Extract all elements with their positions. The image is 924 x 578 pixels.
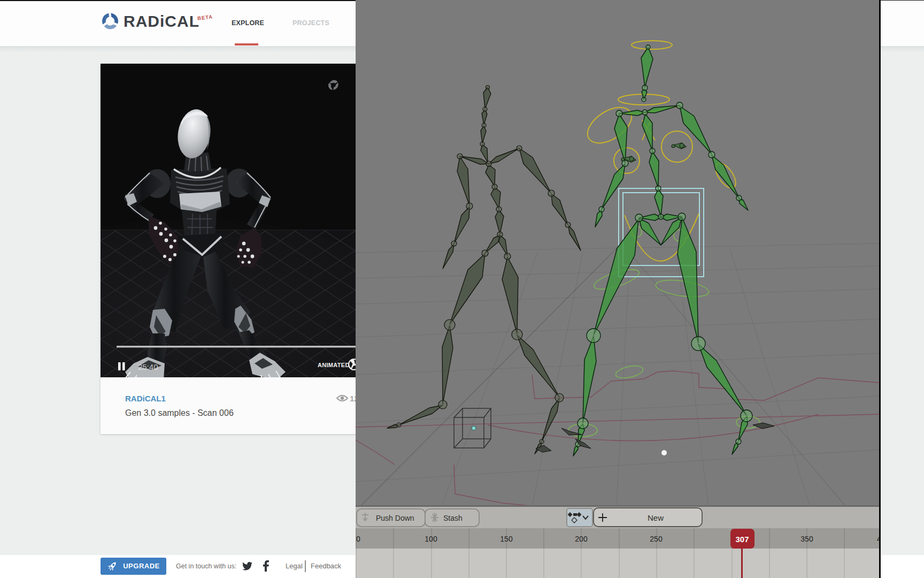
svg-text:350: 350 bbox=[800, 535, 813, 543]
svg-text:Push Down: Push Down bbox=[376, 514, 414, 522]
svg-text:Stash: Stash bbox=[443, 514, 463, 522]
svg-text:150: 150 bbox=[500, 535, 513, 543]
svg-text:250: 250 bbox=[650, 535, 663, 543]
svg-text:New: New bbox=[648, 513, 664, 522]
svg-text:307: 307 bbox=[735, 535, 749, 544]
svg-text:200: 200 bbox=[575, 535, 588, 543]
svg-text:0: 0 bbox=[356, 535, 360, 543]
svg-text:ANIMATED: ANIMATED bbox=[318, 362, 350, 368]
svg-text:100: 100 bbox=[425, 535, 437, 543]
svg-text:25:40: 25:40 bbox=[138, 362, 158, 371]
